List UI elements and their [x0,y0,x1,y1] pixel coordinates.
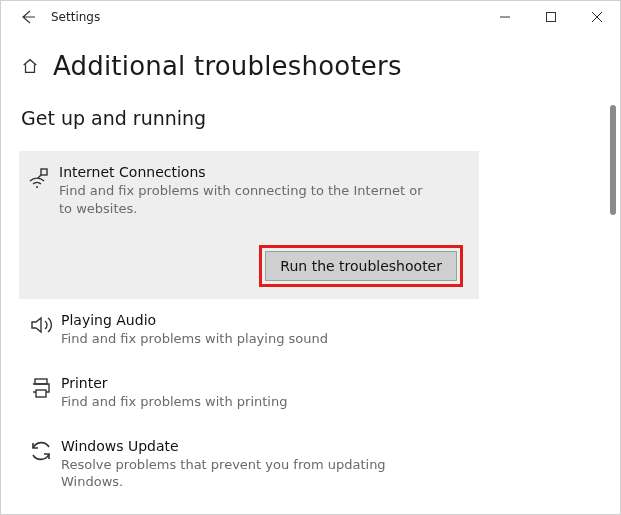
maximize-icon [546,12,556,22]
troubleshooter-item-playing-audio[interactable]: Playing Audio Find and fix problems with… [21,305,600,354]
troubleshooter-item-windows-update[interactable]: Windows Update Resolve problems that pre… [21,431,600,497]
page-title: Additional troubleshooters [53,51,402,81]
item-desc: Find and fix problems with printing [61,393,441,411]
svg-rect-1 [547,13,556,22]
item-title: Internet Connections [59,163,467,181]
item-title: Playing Audio [61,311,600,329]
scrollbar-thumb[interactable] [610,105,616,215]
section-heading: Get up and running [21,107,600,129]
svg-line-6 [38,175,41,178]
window-title: Settings [49,10,100,24]
item-desc: Resolve problems that prevent you from u… [61,456,441,491]
troubleshooter-item-internet-connections[interactable]: Internet Connections Find and fix proble… [19,151,479,299]
svg-rect-8 [36,390,46,397]
item-desc: Find and fix problems with playing sound [61,330,441,348]
svg-rect-5 [41,169,47,175]
item-body: Windows Update Resolve problems that pre… [61,437,600,491]
close-button[interactable] [574,1,620,33]
page-header: Additional troubleshooters [21,51,600,81]
svg-point-4 [36,186,38,188]
printer-icon [21,374,61,400]
arrow-left-icon [20,9,36,25]
window-controls [482,1,620,33]
update-icon [21,437,61,463]
internet-icon [19,163,59,189]
svg-rect-7 [35,379,47,384]
back-button[interactable] [7,1,49,33]
audio-icon [21,311,61,337]
minimize-button[interactable] [482,1,528,33]
item-body: Playing Audio Find and fix problems with… [61,311,600,348]
home-icon[interactable] [21,56,41,76]
item-body: Internet Connections Find and fix proble… [59,163,467,217]
scrollbar[interactable] [610,105,618,485]
close-icon [592,12,602,22]
run-troubleshooter-button[interactable]: Run the troubleshooter [265,251,457,281]
item-title: Printer [61,374,600,392]
item-body: Printer Find and fix problems with print… [61,374,600,411]
titlebar: Settings [1,1,620,33]
content: Additional troubleshooters Get up and ru… [1,33,620,514]
run-row: Run the troubleshooter [19,245,467,287]
highlight-ring: Run the troubleshooter [259,245,463,287]
maximize-button[interactable] [528,1,574,33]
minimize-icon [500,12,510,22]
item-title: Windows Update [61,437,600,455]
troubleshooter-item-printer[interactable]: Printer Find and fix problems with print… [21,368,600,417]
item-desc: Find and fix problems with connecting to… [59,182,439,217]
